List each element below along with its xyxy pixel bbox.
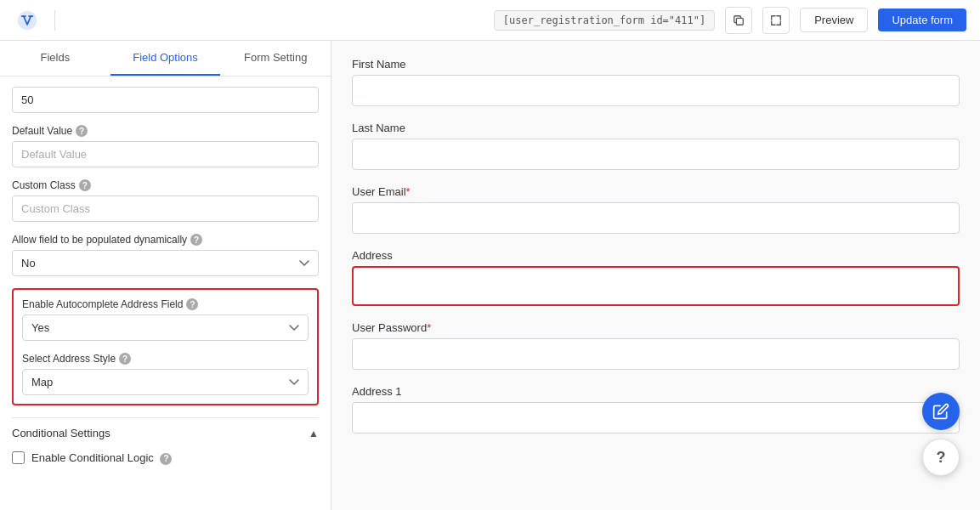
preview-user-email-field: User Email*: [352, 185, 960, 234]
tab-fields[interactable]: Fields: [0, 41, 110, 76]
allow-dynamic-select[interactable]: No Yes: [12, 250, 319, 276]
preview-first-name-field: First Name: [352, 58, 960, 106]
fab-help-button[interactable]: ?: [922, 439, 960, 476]
expand-button[interactable]: [762, 7, 790, 34]
max-length-input[interactable]: [12, 87, 319, 113]
preview-address-field: Address: [352, 249, 960, 306]
conditional-settings-title: Conditional Settings: [12, 427, 110, 439]
enable-conditional-row: Enable Conditional Logic ?: [12, 451, 319, 465]
left-panel: Fields Field Options Form Setting Defaul…: [0, 41, 331, 510]
default-value-help-icon[interactable]: ?: [76, 125, 88, 137]
preview-first-name-input[interactable]: [352, 75, 960, 106]
svg-rect-0: [737, 18, 744, 25]
enable-autocomplete-help-icon[interactable]: ?: [186, 298, 198, 310]
preview-user-password-input[interactable]: [352, 338, 960, 370]
enable-autocomplete-section: Enable Autocomplete Address Field ? Yes …: [22, 298, 309, 341]
custom-class-label: Custom Class ?: [12, 179, 319, 191]
tabs: Fields Field Options Form Setting: [0, 41, 331, 76]
conditional-settings-arrow: ▲: [309, 428, 319, 439]
preview-button[interactable]: Preview: [800, 8, 868, 32]
address-style-help-icon[interactable]: ?: [119, 353, 131, 365]
preview-last-name-input[interactable]: [352, 139, 960, 170]
preview-last-name-label: Last Name: [352, 122, 960, 134]
custom-class-help-icon[interactable]: ?: [79, 179, 91, 191]
right-panel: First Name Last Name User Email* Address: [331, 41, 980, 510]
preview-last-name-field: Last Name: [352, 122, 960, 170]
tab-field-options[interactable]: Field Options: [110, 41, 221, 76]
fab-area: ?: [922, 393, 960, 476]
allow-dynamic-label: Allow field to be populated dynamically …: [12, 234, 319, 246]
copy-shortcode-button[interactable]: [725, 7, 752, 34]
update-form-button[interactable]: Update form: [878, 8, 966, 31]
address-style-section: Select Address Style ? Map Classic: [22, 353, 309, 395]
conditional-help-icon[interactable]: ?: [160, 453, 172, 465]
preview-address1-input[interactable]: [352, 402, 960, 434]
custom-class-section: Custom Class ?: [12, 179, 319, 222]
expand-icon: [770, 14, 782, 26]
enable-autocomplete-select[interactable]: Yes No: [22, 314, 309, 341]
preview-address-wrapper: [352, 266, 960, 306]
conditional-settings-header[interactable]: Conditional Settings ▲: [12, 417, 319, 448]
edit-icon: [932, 403, 949, 420]
copy-icon: [733, 14, 745, 26]
enable-conditional-checkbox[interactable]: [12, 451, 25, 464]
topbar-divider: [54, 10, 55, 31]
preview-first-name-label: First Name: [352, 58, 960, 71]
preview-address-label: Address: [352, 249, 960, 262]
preview-user-email-input[interactable]: [352, 202, 960, 234]
address-style-select[interactable]: Map Classic: [22, 369, 309, 395]
left-panel-content: Default Value ? Custom Class ? Allow fie…: [0, 76, 331, 510]
default-value-label: Default Value ?: [12, 125, 319, 137]
default-value-input[interactable]: [12, 141, 319, 167]
fab-edit-button[interactable]: [922, 393, 960, 430]
preview-user-email-label: User Email*: [352, 185, 960, 198]
logo: [14, 7, 41, 34]
address-style-label: Select Address Style ?: [22, 353, 309, 365]
topbar: [user_registration_form id="411"] Previe…: [0, 0, 980, 41]
preview-user-password-label: User Password*: [352, 321, 960, 334]
max-length-section: [12, 87, 319, 113]
preview-address1-field: Address 1: [352, 385, 960, 434]
address-settings-box: Enable Autocomplete Address Field ? Yes …: [12, 288, 319, 405]
allow-dynamic-section: Allow field to be populated dynamically …: [12, 234, 319, 276]
default-value-section: Default Value ?: [12, 125, 319, 167]
preview-address1-label: Address 1: [352, 385, 960, 398]
preview-address-input[interactable]: [364, 276, 948, 296]
preview-user-password-field: User Password*: [352, 321, 960, 370]
enable-conditional-label: Enable Conditional Logic ?: [31, 451, 172, 465]
custom-class-input[interactable]: [12, 196, 319, 222]
enable-autocomplete-label: Enable Autocomplete Address Field ?: [22, 298, 309, 310]
allow-dynamic-help-icon[interactable]: ?: [190, 234, 202, 246]
tab-form-setting[interactable]: Form Setting: [220, 41, 331, 76]
shortcode-display: [user_registration_form id="411"]: [494, 10, 715, 31]
main-layout: Fields Field Options Form Setting Defaul…: [0, 41, 980, 510]
